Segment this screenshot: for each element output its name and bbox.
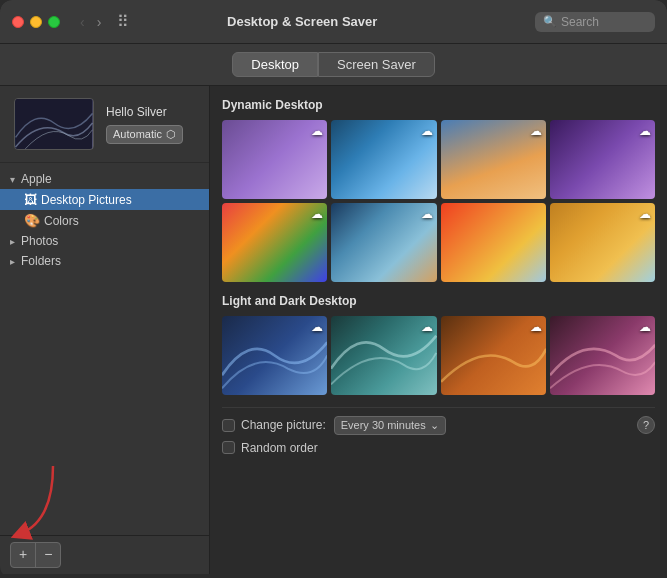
chevron-right-icon: ▸ (10, 236, 15, 247)
remove-source-button[interactable]: − (36, 543, 60, 567)
search-icon: 🔍 (543, 15, 557, 28)
wallpaper-thumb-item[interactable]: ☁ (441, 120, 546, 199)
sidebar-preview: Hello Silver Automatic ⬡ (0, 86, 209, 163)
cloud-download-icon: ☁ (530, 124, 542, 138)
sidebar-item-label: Photos (21, 234, 58, 248)
wallpaper-thumb-item[interactable]: ☁ (222, 203, 327, 282)
checkbox-icon (222, 441, 235, 454)
wallpaper-name: Hello Silver (106, 105, 183, 119)
main-content: Hello Silver Automatic ⬡ ▾ Apple 🖼 Deskt… (0, 86, 667, 574)
chevron-down-icon: ▾ (10, 174, 15, 185)
checkbox-icon (222, 419, 235, 432)
cloud-download-icon: ☁ (421, 320, 433, 334)
random-order-row: Random order (222, 441, 655, 455)
wallpaper-content-area: Dynamic Desktop ☁ ☁ ☁ ☁ ☁ ☁ (210, 86, 667, 574)
chevron-down-icon: ⌄ (430, 419, 439, 432)
sidebar-item-folders[interactable]: ▸ Folders (0, 251, 209, 271)
color-icon: 🎨 (24, 213, 40, 228)
tabs-bar: Desktop Screen Saver (0, 44, 667, 86)
sidebar-item-label: Colors (44, 214, 79, 228)
title-bar: ‹ › ⠿ Desktop & Screen Saver 🔍 (0, 0, 667, 44)
search-bar[interactable]: 🔍 (535, 12, 655, 32)
sidebar-item-apple[interactable]: ▾ Apple (0, 169, 209, 189)
sidebar-item-photos[interactable]: ▸ Photos (0, 231, 209, 251)
section-title-lightdark: Light and Dark Desktop (222, 294, 655, 308)
folder-icon: 🖼 (24, 192, 37, 207)
cloud-download-icon: ☁ (421, 124, 433, 138)
light-dark-grid: ☁ ☁ ☁ (222, 316, 655, 395)
tab-desktop[interactable]: Desktop (232, 52, 318, 77)
cloud-download-icon: ☁ (639, 124, 651, 138)
sidebar-item-colors[interactable]: 🎨 Colors (0, 210, 209, 231)
wallpaper-thumb-item[interactable]: ☁ (331, 316, 436, 395)
help-button[interactable]: ? (637, 416, 655, 434)
dropdown-arrow-icon: ⬡ (166, 128, 176, 141)
cloud-download-icon: ☁ (639, 320, 651, 334)
wallpaper-thumb-item[interactable]: ☁ (331, 203, 436, 282)
wallpaper-thumb-item[interactable]: ☁ (550, 120, 655, 199)
close-button[interactable] (12, 16, 24, 28)
wallpaper-thumb-item[interactable]: ☁ (331, 120, 436, 199)
section-title-dynamic: Dynamic Desktop (222, 98, 655, 112)
change-picture-row: Change picture: Every 30 minutes ⌄ ? (222, 416, 655, 435)
sidebar-item-label: Folders (21, 254, 61, 268)
wallpaper-thumb-item[interactable]: ☁ (222, 316, 327, 395)
appearance-dropdown[interactable]: Automatic ⬡ (106, 125, 183, 144)
appearance-value: Automatic (113, 128, 162, 140)
wallpaper-info: Hello Silver Automatic ⬡ (106, 105, 183, 144)
minimize-button[interactable] (30, 16, 42, 28)
dynamic-desktop-grid: ☁ ☁ ☁ ☁ ☁ ☁ ☁ (222, 120, 655, 282)
cloud-download-icon: ☁ (311, 124, 323, 138)
wallpaper-thumb-item[interactable]: ☁ (222, 120, 327, 199)
sidebar-item-label: Apple (21, 172, 52, 186)
cloud-download-icon: ☁ (311, 207, 323, 221)
random-order-checkbox[interactable]: Random order (222, 441, 318, 455)
traffic-lights (12, 16, 60, 28)
search-input[interactable] (561, 15, 651, 29)
change-picture-checkbox[interactable]: Change picture: (222, 418, 326, 432)
interval-dropdown[interactable]: Every 30 minutes ⌄ (334, 416, 446, 435)
wallpaper-thumb-item[interactable]: ☁ (441, 316, 546, 395)
cloud-download-icon: ☁ (639, 207, 651, 221)
sidebar-item-desktop-pictures[interactable]: 🖼 Desktop Pictures (0, 189, 209, 210)
tab-screensaver[interactable]: Screen Saver (318, 52, 435, 77)
current-wallpaper-thumbnail (14, 98, 94, 150)
window-title: Desktop & Screen Saver (77, 14, 527, 29)
change-picture-label: Change picture: (241, 418, 326, 432)
cloud-download-icon: ☁ (530, 320, 542, 334)
wallpaper-thumb-item[interactable] (441, 203, 546, 282)
sidebar-bottom: + − (0, 535, 209, 574)
fullscreen-button[interactable] (48, 16, 60, 28)
cloud-download-icon: ☁ (421, 207, 433, 221)
random-order-label: Random order (241, 441, 318, 455)
interval-value: Every 30 minutes (341, 419, 426, 431)
section-light-dark-desktop: Light and Dark Desktop ☁ ☁ (222, 294, 655, 395)
chevron-right-icon: ▸ (10, 256, 15, 267)
source-list: ▾ Apple 🖼 Desktop Pictures 🎨 Colors ▸ Ph… (0, 163, 209, 535)
sidebar-item-label: Desktop Pictures (41, 193, 132, 207)
add-source-button[interactable]: + (11, 543, 36, 567)
section-dynamic-desktop: Dynamic Desktop ☁ ☁ ☁ ☁ ☁ ☁ (222, 98, 655, 282)
cloud-download-icon: ☁ (311, 320, 323, 334)
sidebar: Hello Silver Automatic ⬡ ▾ Apple 🖼 Deskt… (0, 86, 210, 574)
wallpaper-thumb-item[interactable]: ☁ (550, 203, 655, 282)
bottom-controls: Change picture: Every 30 minutes ⌄ ? Ran… (222, 407, 655, 455)
add-remove-buttons: + − (10, 542, 61, 568)
wallpaper-thumb-item[interactable]: ☁ (550, 316, 655, 395)
